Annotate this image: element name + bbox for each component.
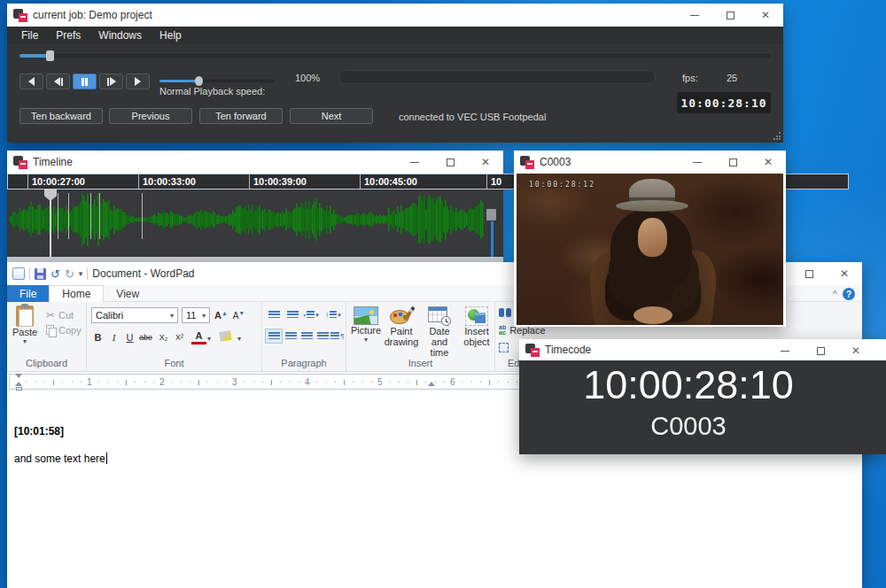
font-name-combobox[interactable]: Calibri▾ xyxy=(91,307,178,323)
group-clipboard: Paste▾ ✂ Cut Copy Clipboard xyxy=(7,302,87,371)
next-button[interactable]: Next xyxy=(290,108,373,124)
app-logo-icon xyxy=(520,156,534,169)
waveform-marker[interactable] xyxy=(58,193,58,239)
left-indent-marker[interactable] xyxy=(16,387,22,391)
video-frame[interactable]: 10:00:28:12 xyxy=(517,174,783,325)
paste-button[interactable]: Paste▾ xyxy=(12,306,37,345)
increase-indent-button[interactable] xyxy=(284,307,301,322)
select-all-button[interactable] xyxy=(499,343,509,352)
close-button[interactable]: ✕ xyxy=(838,339,874,362)
replace-icon: abac xyxy=(499,325,506,336)
speed-value: 100% xyxy=(295,73,320,83)
copy-button[interactable]: Copy xyxy=(46,325,82,336)
main-window-title: current job: Demo project xyxy=(33,9,152,21)
align-center-button[interactable] xyxy=(282,329,299,344)
paragraph-dialog-button[interactable]: ¶ xyxy=(329,329,346,344)
help-button[interactable]: ? xyxy=(843,288,855,300)
redo-button[interactable]: ↻ xyxy=(65,268,74,280)
waveform-marker[interactable] xyxy=(142,193,143,239)
date-and-time-button[interactable]: Date and time xyxy=(421,306,458,358)
timeline-window: Timeline ✕ 10:00:27:0010:00:33:0010:00:3… xyxy=(7,151,503,262)
waveform-marker[interactable] xyxy=(99,193,100,239)
hanging-indent-marker[interactable] xyxy=(15,378,22,386)
save-button[interactable] xyxy=(35,268,46,280)
minimize-button[interactable] xyxy=(677,4,712,27)
waveform-area[interactable] xyxy=(7,190,503,257)
timeline-titlebar[interactable]: Timeline ✕ xyxy=(7,151,503,174)
superscript-button[interactable]: X² xyxy=(172,329,187,344)
maximize-button[interactable] xyxy=(803,339,838,362)
group-label-paragraph: Paragraph xyxy=(262,358,346,368)
select-all-icon xyxy=(499,343,509,352)
find-button[interactable] xyxy=(499,308,511,317)
underline-button[interactable]: U xyxy=(122,329,137,344)
grow-font-button[interactable]: A▲ xyxy=(214,307,229,322)
maximize-button[interactable] xyxy=(715,151,750,174)
video-titlebar[interactable]: C0003 ✕ xyxy=(514,151,786,174)
shrink-font-button[interactable]: A▼ xyxy=(231,307,246,322)
timecode-titlebar[interactable]: Timecode ✕ xyxy=(519,339,886,360)
qat-customize-button[interactable]: ▾ xyxy=(79,269,83,278)
highlight-color-icon[interactable] xyxy=(219,330,232,342)
step-back-button[interactable] xyxy=(46,74,70,89)
step-forward-button[interactable] xyxy=(99,74,123,89)
burned-in-timecode: 10:00:28:12 xyxy=(529,181,595,189)
zoom-scrollbar-track[interactable] xyxy=(491,221,494,257)
timecode-body: 10:00:28:10 C0003 xyxy=(519,360,886,454)
zoom-scrollbar-thumb[interactable] xyxy=(486,209,496,220)
menu-help[interactable]: Help xyxy=(151,29,190,42)
menu-windows[interactable]: Windows xyxy=(89,29,151,42)
menu-file[interactable]: File xyxy=(12,29,47,42)
footpedal-status: connected to VEC USB Footpedal xyxy=(399,112,546,122)
decrease-indent-button[interactable] xyxy=(265,307,283,322)
tab-file[interactable]: File xyxy=(7,285,49,302)
close-button[interactable]: ✕ xyxy=(468,151,503,174)
font-size-combobox[interactable]: 11▾ xyxy=(182,307,210,323)
bold-button[interactable]: B xyxy=(90,329,105,344)
tab-view[interactable]: View xyxy=(104,285,152,302)
main-titlebar[interactable]: current job: Demo project ✕ xyxy=(7,4,783,27)
waveform-marker[interactable] xyxy=(68,193,69,239)
close-button[interactable]: ✕ xyxy=(748,4,783,27)
minimize-button[interactable] xyxy=(397,151,432,174)
italic-button[interactable]: I xyxy=(106,329,121,344)
resize-grip[interactable] xyxy=(773,132,781,140)
align-left-button[interactable] xyxy=(265,329,283,344)
rewind-button[interactable] xyxy=(19,74,43,89)
previous-button[interactable]: Previous xyxy=(109,108,192,124)
big-timecode: 10:00:28:10 xyxy=(519,362,858,408)
collapse-ribbon-icon[interactable]: ^ xyxy=(833,289,837,299)
pause-button[interactable] xyxy=(73,74,97,89)
paint-drawing-button[interactable]: Paint drawing xyxy=(384,306,419,347)
ten-backward-button[interactable]: Ten backward xyxy=(19,108,103,124)
maximize-button[interactable] xyxy=(791,262,827,285)
strikethrough-button[interactable]: abe xyxy=(138,329,153,344)
minimize-button[interactable] xyxy=(680,151,715,174)
maximize-button[interactable] xyxy=(432,151,468,174)
line-spacing-button[interactable]: ↕▾ xyxy=(324,307,342,322)
menu-prefs[interactable]: Prefs xyxy=(47,29,89,42)
tab-home[interactable]: Home xyxy=(49,285,104,302)
font-color-button[interactable]: A xyxy=(191,329,206,344)
insert-object-icon xyxy=(465,306,488,326)
insert-picture-button[interactable]: Picture▾ xyxy=(350,306,382,344)
position-slider-handle[interactable] xyxy=(46,50,54,61)
minimize-button[interactable] xyxy=(767,339,803,362)
insert-object-button[interactable]: Insert object xyxy=(460,306,494,347)
cut-button[interactable]: ✂ Cut xyxy=(46,309,74,321)
speed-slider-handle[interactable] xyxy=(195,76,203,86)
highlight-caret[interactable]: ▾ xyxy=(237,335,241,343)
play-button[interactable] xyxy=(126,74,150,89)
fps-label: fps: xyxy=(682,73,698,83)
undo-button[interactable]: ↺ xyxy=(51,268,60,280)
close-button[interactable]: ✕ xyxy=(827,262,862,285)
font-color-caret[interactable]: ▾ xyxy=(207,335,211,343)
position-slider[interactable] xyxy=(19,54,771,58)
ten-forward-button[interactable]: Ten forward xyxy=(199,108,283,124)
close-button[interactable]: ✕ xyxy=(750,151,786,174)
maximize-button[interactable] xyxy=(712,4,748,27)
subscript-button[interactable]: X₂ xyxy=(156,329,171,344)
align-right-button[interactable] xyxy=(298,329,315,344)
waveform-marker[interactable] xyxy=(90,193,91,239)
bullets-button[interactable]: •▾ xyxy=(302,307,320,322)
